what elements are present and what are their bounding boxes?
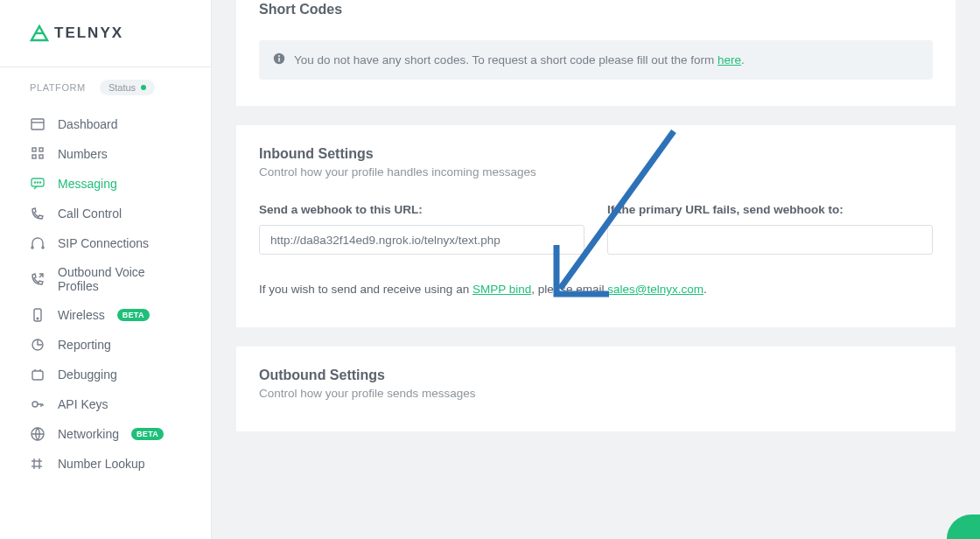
info-icon [273, 52, 285, 67]
beta-badge: BETA [131, 428, 164, 440]
svg-point-13 [37, 318, 38, 319]
numbers-icon [30, 146, 46, 162]
webhook-row: Send a webhook to this URL: If the prima… [259, 203, 933, 255]
svg-rect-3 [39, 148, 43, 151]
sidebar-item-label: Messaging [58, 177, 117, 191]
svg-point-10 [32, 247, 33, 248]
svg-rect-2 [32, 148, 36, 151]
svg-point-7 [34, 182, 35, 183]
brand-name: TELNYX [54, 24, 123, 42]
sidebar-item-call-control[interactable]: Call Control [0, 199, 211, 228]
svg-rect-5 [39, 155, 43, 158]
svg-point-11 [42, 247, 44, 248]
status-label: Status [108, 82, 136, 93]
sidebar-item-label: Numbers [58, 147, 108, 161]
dashboard-icon [30, 116, 46, 132]
webhook-primary-col: Send a webhook to this URL: [259, 203, 584, 255]
failover-url-input[interactable] [607, 225, 933, 255]
sidebar-item-label: Networking [58, 427, 119, 441]
reporting-icon [30, 337, 46, 353]
short-codes-alert: You do not have any short codes. To requ… [259, 40, 933, 80]
svg-point-9 [39, 182, 40, 183]
sidebar-item-debugging[interactable]: Debugging [0, 360, 211, 389]
outbound-subtitle: Control how your profile sends messages [259, 387, 933, 400]
status-dot-icon [141, 85, 146, 90]
svg-rect-25 [278, 58, 280, 62]
brand-logo[interactable]: TELNYX [30, 24, 181, 42]
sidebar: TELNYX PLATFORM Status Dashboard Numbers… [0, 0, 212, 539]
platform-row: PLATFORM Status [0, 67, 211, 104]
sidebar-item-label: Debugging [58, 368, 117, 382]
sidebar-item-label: Outbound Voice Profiles [58, 265, 181, 293]
platform-label: PLATFORM [30, 82, 86, 93]
svg-rect-15 [32, 371, 43, 380]
sidebar-item-dashboard[interactable]: Dashboard [0, 109, 211, 139]
short-codes-form-link[interactable]: here [718, 53, 741, 66]
logo-area: TELNYX [0, 0, 211, 67]
sidebar-item-reporting[interactable]: Reporting [0, 330, 211, 360]
sidebar-item-messaging[interactable]: Messaging [0, 169, 211, 199]
svg-rect-4 [32, 155, 36, 158]
messaging-icon [30, 176, 46, 192]
failover-label: If the primary URL fails, send webhook t… [607, 203, 933, 216]
sidebar-nav: Dashboard Numbers Messaging Call Control… [0, 104, 211, 484]
outbound-settings-card: Outbound Settings Control how your profi… [236, 346, 956, 431]
sidebar-item-label: SIP Connections [58, 236, 149, 250]
sidebar-item-api-keys[interactable]: API Keys [0, 389, 211, 419]
alert-text: You do not have any short codes. To requ… [294, 53, 745, 66]
sidebar-item-label: Call Control [58, 206, 122, 220]
outbound-title: Outbound Settings [259, 368, 933, 383]
wireless-icon [30, 307, 46, 323]
sidebar-item-label: Number Lookup [58, 457, 145, 471]
debugging-icon [30, 367, 46, 382]
status-pill[interactable]: Status [100, 80, 155, 95]
beta-badge: BETA [117, 309, 150, 321]
webhook-url-input[interactable] [259, 225, 584, 255]
sidebar-item-numbers[interactable]: Numbers [0, 139, 211, 169]
webhook-failover-col: If the primary URL fails, send webhook t… [607, 203, 933, 255]
sip-icon [30, 235, 46, 251]
sidebar-item-sip-connections[interactable]: SIP Connections [0, 228, 211, 258]
call-control-icon [30, 206, 46, 221]
sidebar-item-label: Reporting [58, 338, 111, 352]
sidebar-item-label: Dashboard [58, 117, 118, 131]
short-codes-title: Short Codes [259, 2, 933, 18]
sidebar-item-label: API Keys [58, 397, 108, 411]
inbound-title: Inbound Settings [259, 146, 933, 162]
svg-point-26 [278, 55, 280, 57]
main-content: Short Codes You do not have any short co… [236, 0, 956, 539]
svg-point-18 [32, 402, 38, 407]
api-keys-icon [30, 396, 46, 412]
smpp-bind-link[interactable]: SMPP bind [472, 283, 531, 296]
short-codes-card: Short Codes You do not have any short co… [236, 0, 956, 106]
brand-mark-icon [30, 24, 49, 42]
sidebar-item-outbound-voice-profiles[interactable]: Outbound Voice Profiles [0, 258, 211, 300]
inbound-subtitle: Control how your profile handles incomin… [259, 165, 933, 178]
sidebar-item-networking[interactable]: Networking BETA [0, 419, 211, 449]
svg-rect-0 [32, 119, 44, 130]
svg-point-8 [37, 182, 38, 183]
outbound-icon [30, 271, 46, 287]
sales-email-link[interactable]: sales@telnyx.com [607, 283, 704, 296]
number-lookup-icon [30, 456, 46, 472]
webhook-label: Send a webhook to this URL: [259, 203, 584, 216]
smpp-helper: If you wish to send and receive using an… [259, 283, 933, 296]
networking-icon [30, 426, 46, 442]
sidebar-item-wireless[interactable]: Wireless BETA [0, 300, 211, 330]
sidebar-item-number-lookup[interactable]: Number Lookup [0, 449, 211, 479]
inbound-settings-card: Inbound Settings Control how your profil… [236, 125, 956, 327]
sidebar-item-label: Wireless [58, 308, 105, 322]
